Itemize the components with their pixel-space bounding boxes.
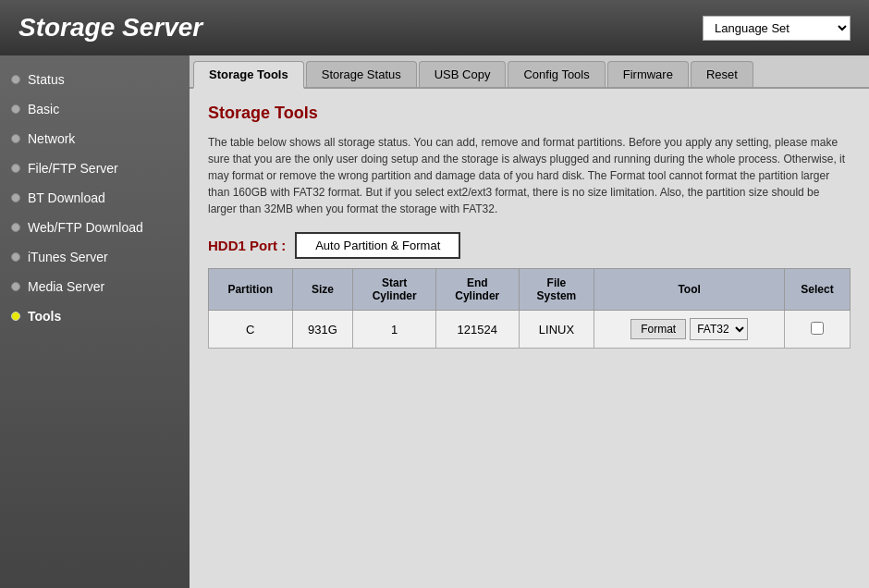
- sidebar-item-media-server[interactable]: Media Server: [0, 272, 190, 301]
- sidebar-dot-icon: [11, 75, 20, 84]
- sidebar-item-label: Basic: [28, 102, 59, 116]
- storage-table: PartitionSizeStartCylinderEndCylinderFil…: [208, 268, 851, 349]
- sidebar-dot-icon: [11, 282, 20, 291]
- tab-reset[interactable]: Reset: [691, 61, 753, 87]
- sidebar-item-bt-download[interactable]: BT Download: [0, 183, 190, 213]
- sidebar-dot-icon: [11, 193, 20, 202]
- sidebar-item-tools[interactable]: Tools: [0, 301, 190, 331]
- sidebar-item-label: BT Download: [28, 190, 105, 205]
- table-column-header: Size: [292, 269, 353, 311]
- header: Storage Server Language Set: [0, 0, 869, 55]
- tab-config-tools[interactable]: Config Tools: [508, 61, 605, 87]
- sidebar-dot-icon: [11, 312, 20, 321]
- table-column-header: Partition: [209, 269, 293, 311]
- sidebar-dot-icon: [11, 223, 20, 232]
- auto-partition-format-button[interactable]: Auto Partition & Format: [295, 232, 460, 259]
- row-select-checkbox[interactable]: [811, 322, 824, 335]
- tab-storage-status[interactable]: Storage Status: [306, 61, 417, 87]
- table-cell: 121524: [435, 311, 519, 349]
- table-header: PartitionSizeStartCylinderEndCylinderFil…: [209, 269, 851, 311]
- sidebar-item-label: Tools: [28, 309, 61, 324]
- tab-usb-copy[interactable]: USB Copy: [419, 61, 507, 87]
- language-select[interactable]: Language Set: [703, 16, 851, 41]
- layout: StatusBasicNetworkFile/FTP ServerBT Down…: [0, 55, 869, 588]
- fat32-select[interactable]: FAT32: [690, 318, 748, 340]
- sidebar-item-web-ftp-download[interactable]: Web/FTP Download: [0, 213, 190, 242]
- table-column-header: Select: [784, 269, 850, 311]
- table-cell: LINUX: [519, 311, 594, 349]
- tab-storage-tools[interactable]: Storage Tools: [193, 61, 304, 89]
- sidebar-item-label: Web/FTP Download: [28, 220, 143, 235]
- description-text: The table below shows all storage status…: [208, 134, 851, 217]
- format-button[interactable]: Format: [630, 319, 686, 339]
- table-column-header: Tool: [594, 269, 785, 311]
- table-column-header: FileSystem: [519, 269, 594, 311]
- table-cell: C: [209, 311, 293, 349]
- sidebar-item-itunes-server[interactable]: iTunes Server: [0, 242, 190, 272]
- sidebar-dot-icon: [11, 252, 20, 262]
- hdd-port-row: HDD1 Port : Auto Partition & Format: [208, 232, 851, 259]
- sidebar-item-label: Media Server: [28, 279, 104, 294]
- table-column-header: EndCylinder: [435, 269, 519, 311]
- table-cell-tool: FormatFAT32: [594, 311, 785, 349]
- table-row: C931G1121524LINUXFormatFAT32: [209, 311, 851, 349]
- main-content: Storage ToolsStorage StatusUSB CopyConfi…: [190, 55, 869, 588]
- sidebar-dot-icon: [11, 134, 20, 143]
- table-cell: 1: [353, 311, 436, 349]
- tabs-bar: Storage ToolsStorage StatusUSB CopyConfi…: [190, 55, 869, 89]
- page-title: Storage Tools: [208, 104, 851, 123]
- sidebar-dot-icon: [11, 104, 20, 114]
- table-cell: 931G: [292, 311, 353, 349]
- table-column-header: StartCylinder: [353, 269, 436, 311]
- sidebar-item-label: File/FTP Server: [28, 161, 118, 176]
- sidebar-item-label: Status: [28, 72, 65, 87]
- sidebar-item-basic[interactable]: Basic: [0, 94, 190, 124]
- hdd-port-label: HDD1 Port :: [208, 238, 286, 253]
- sidebar-dot-icon: [11, 164, 20, 173]
- app-title: Storage Server: [18, 13, 202, 43]
- sidebar-item-status[interactable]: Status: [0, 65, 190, 94]
- table-cell-select: [784, 311, 850, 349]
- sidebar-item-label: Network: [28, 131, 75, 146]
- sidebar: StatusBasicNetworkFile/FTP ServerBT Down…: [0, 55, 190, 588]
- content-area: Storage Tools The table below shows all …: [190, 89, 869, 363]
- sidebar-item-network[interactable]: Network: [0, 124, 190, 153]
- table-header-row: PartitionSizeStartCylinderEndCylinderFil…: [209, 269, 851, 311]
- sidebar-item-file-ftp-server[interactable]: File/FTP Server: [0, 153, 190, 183]
- table-body: C931G1121524LINUXFormatFAT32: [209, 311, 851, 349]
- sidebar-item-label: iTunes Server: [28, 250, 108, 264]
- tab-firmware[interactable]: Firmware: [607, 61, 689, 87]
